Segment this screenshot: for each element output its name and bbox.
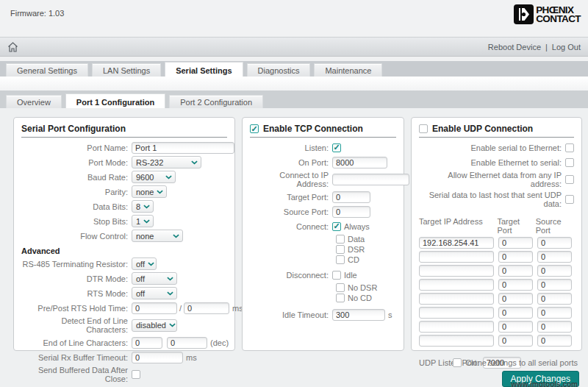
connect-always-checkbox[interactable]: ✓ — [332, 222, 341, 231]
udp-source-port-input[interactable] — [537, 335, 572, 347]
flow-control-label: Flow Control: — [21, 232, 132, 241]
udp-source-port-input[interactable] — [537, 307, 572, 319]
udp-target-ip-input[interactable] — [419, 279, 494, 291]
source-port-input[interactable] — [332, 206, 370, 218]
baud-rate-label: Baud Rate: — [21, 173, 132, 182]
connect-label: Connect: — [250, 222, 332, 231]
udp-target-port-input[interactable] — [498, 307, 533, 319]
baud-rate-select[interactable]: 9600 — [132, 171, 176, 183]
udp-target-ip-input[interactable] — [419, 321, 494, 333]
udp-target-port-input[interactable] — [498, 279, 533, 291]
eol-characters-label: End of Line Characters: — [21, 338, 132, 347]
disconnect-option: No CD — [336, 294, 396, 302]
dtr-mode-select[interactable]: off — [132, 272, 177, 285]
rx-buffer-timeout-label: Serial Rx Buffer Timeout: — [21, 353, 132, 362]
form-row: Baud Rate: 9600 — [21, 171, 227, 183]
apply-changes-button[interactable]: Apply Changes — [502, 371, 579, 387]
chevron-down-icon — [169, 323, 176, 327]
tab-port1-configuration[interactable]: Port 1 Configuration — [65, 93, 165, 108]
disconnect-nocd-checkbox[interactable] — [336, 294, 345, 302]
rs485-terminating-resistor-select[interactable]: off — [132, 258, 157, 270]
target-port-column-header: Target Port — [497, 217, 535, 235]
udp-target-port-input[interactable] — [498, 321, 533, 333]
udp-target-port-input[interactable] — [498, 265, 533, 277]
connect-cd-checkbox[interactable] — [336, 255, 345, 264]
clone-settings-checkbox[interactable] — [453, 358, 462, 367]
table-row — [419, 237, 574, 249]
port-mode-select[interactable]: RS-232 — [132, 156, 201, 168]
udp-source-port-input[interactable] — [537, 251, 572, 263]
detect-eol-select[interactable]: disabled — [132, 319, 177, 332]
tcp-connection-panel: ✓ Enable TCP Connection Listen: ✓ On Por… — [242, 117, 404, 351]
idle-timeout-input[interactable] — [332, 309, 385, 321]
connect-data-checkbox[interactable] — [336, 235, 345, 244]
udp-target-ip-input[interactable] — [419, 237, 494, 249]
target-ip-column-header: Target IP Address — [419, 217, 497, 235]
form-row: Stop Bits: 1 — [21, 215, 227, 227]
udp-connection-panel: Enable UDP Connection Enable serial to E… — [411, 117, 582, 351]
rts-hold-time-pre-input[interactable] — [132, 302, 177, 314]
form-row: Connect: ✓ Always — [250, 220, 396, 232]
rts-hold-time-label: Pre/Post RTS Hold Time: — [21, 304, 132, 313]
tab-port2-configuration[interactable]: Port 2 Configuration — [169, 95, 263, 108]
udp-source-port-input[interactable] — [537, 293, 572, 305]
udp-target-port-input[interactable] — [498, 335, 533, 347]
parity-select[interactable]: none — [132, 185, 167, 198]
ethernet-to-serial-checkbox[interactable] — [565, 158, 574, 167]
enable-tcp-checkbox[interactable]: ✓ — [250, 124, 259, 133]
udp-target-ip-input[interactable] — [419, 293, 494, 305]
udp-source-port-input[interactable] — [537, 321, 572, 333]
data-bits-select[interactable]: 8 — [132, 200, 154, 213]
udp-target-ip-input[interactable] — [419, 265, 494, 277]
eol-character1-input[interactable] — [132, 337, 162, 349]
tcp-panel-header: ✓ Enable TCP Connection — [250, 124, 396, 138]
port-name-input[interactable] — [132, 142, 234, 154]
listen-checkbox[interactable]: ✓ — [332, 143, 341, 152]
flow-control-select[interactable]: none — [132, 230, 183, 242]
udp-source-port-input[interactable] — [537, 237, 572, 249]
parity-label: Parity: — [21, 188, 132, 196]
chevron-down-icon — [167, 291, 173, 296]
tab-lan-settings[interactable]: LAN Settings — [92, 63, 161, 77]
disconnect-nodsr-checkbox[interactable] — [336, 283, 345, 292]
baud-rate-value: 9600 — [136, 173, 154, 182]
home-icon[interactable] — [7, 42, 18, 52]
tab-overview[interactable]: Overview — [6, 95, 62, 108]
log-out-link[interactable]: Log Out — [552, 43, 581, 52]
connect-ip-label: Connect to IP Address: — [250, 171, 332, 188]
udp-target-ip-input[interactable] — [419, 251, 494, 263]
disconnect-idle-checkbox[interactable] — [332, 271, 341, 280]
rts-mode-select[interactable]: off — [132, 287, 177, 299]
connect-ip-input[interactable] — [332, 174, 409, 185]
stop-bits-select[interactable]: 1 — [132, 215, 154, 227]
rts-hold-time-post-input[interactable] — [184, 302, 229, 314]
udp-target-ip-input[interactable] — [419, 335, 494, 347]
enable-udp-checkbox[interactable] — [419, 124, 428, 133]
udp-source-port-input[interactable] — [537, 265, 572, 277]
udp-source-port-input[interactable] — [537, 279, 572, 291]
table-row — [419, 293, 574, 305]
tab-general-settings[interactable]: General Settings — [6, 63, 88, 77]
udp-target-port-input[interactable] — [498, 251, 533, 263]
form-row: Parity: none — [21, 185, 227, 198]
port-mode-label: Port Mode: — [21, 158, 132, 167]
rts-mode-value: off — [136, 289, 145, 298]
udp-target-ip-input[interactable] — [419, 307, 494, 319]
tab-maintenance[interactable]: Maintenance — [314, 63, 382, 77]
tab-serial-settings[interactable]: Serial Settings — [165, 62, 243, 77]
serial-port-configuration-panel: Serial Port Configuration Port Name: Por… — [13, 117, 235, 351]
tab-diagnostics[interactable]: Diagnostics — [247, 63, 311, 77]
udp-target-port-input[interactable] — [498, 237, 533, 249]
rx-buffer-timeout-input[interactable] — [132, 352, 183, 363]
udp-target-port-input[interactable] — [498, 293, 533, 305]
reboot-device-link[interactable]: Reboot Device — [488, 43, 541, 52]
serial-to-ethernet-checkbox[interactable] — [565, 143, 574, 152]
eol-character2-input[interactable] — [167, 337, 207, 349]
connect-dsr-checkbox[interactable] — [336, 245, 345, 254]
connect-always-label: Always — [341, 222, 370, 231]
target-port-input[interactable] — [332, 191, 370, 203]
on-port-input[interactable] — [332, 157, 387, 168]
form-row: Allow Ethernet data from any IP address: — [419, 171, 574, 188]
allow-any-ip-checkbox[interactable] — [565, 175, 574, 184]
last-host-checkbox[interactable] — [565, 195, 574, 204]
